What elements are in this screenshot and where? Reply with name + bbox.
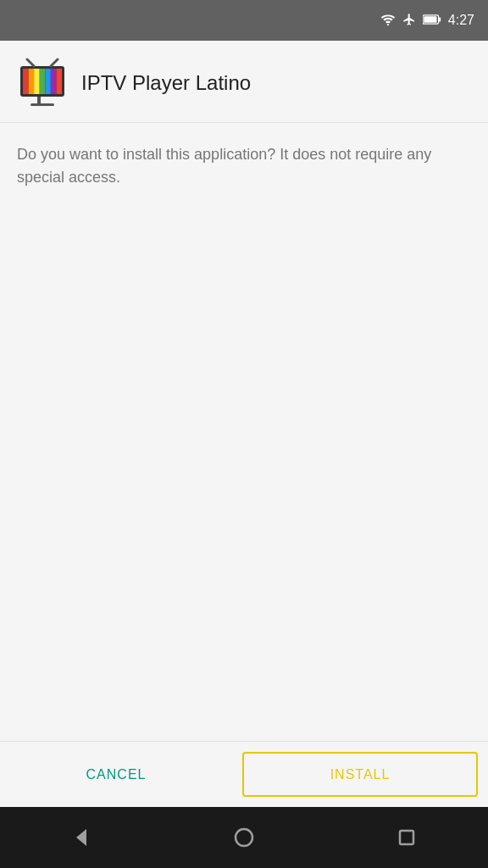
svg-rect-19 bbox=[400, 831, 413, 844]
svg-point-18 bbox=[236, 829, 252, 846]
svg-marker-17 bbox=[76, 829, 86, 846]
airplane-icon bbox=[402, 13, 416, 29]
main-content: IPTV Player Latino Do you want to instal… bbox=[0, 41, 488, 807]
svg-rect-14 bbox=[30, 103, 54, 106]
app-header: IPTV Player Latino bbox=[0, 41, 488, 122]
status-time: 4:27 bbox=[448, 13, 474, 28]
svg-rect-12 bbox=[56, 69, 62, 94]
battery-icon bbox=[423, 14, 441, 28]
app-icon bbox=[17, 58, 68, 108]
svg-rect-9 bbox=[40, 69, 46, 94]
svg-rect-3 bbox=[424, 16, 436, 23]
recents-button[interactable] bbox=[395, 826, 419, 849]
svg-rect-11 bbox=[51, 69, 57, 94]
install-description: Do you want to install this application?… bbox=[0, 136, 488, 196]
content-spacer bbox=[0, 196, 488, 741]
svg-line-15 bbox=[27, 59, 34, 66]
status-bar: 4:27 bbox=[0, 0, 488, 41]
home-button[interactable] bbox=[232, 826, 256, 849]
svg-rect-2 bbox=[439, 17, 441, 21]
svg-line-16 bbox=[51, 59, 58, 66]
svg-rect-10 bbox=[45, 69, 51, 94]
wifi-icon bbox=[380, 14, 396, 28]
cancel-button[interactable]: CANCEL bbox=[0, 742, 232, 807]
svg-rect-13 bbox=[37, 97, 41, 103]
header-divider bbox=[0, 122, 488, 123]
svg-rect-7 bbox=[29, 69, 35, 94]
svg-rect-8 bbox=[34, 69, 40, 94]
svg-rect-6 bbox=[23, 69, 29, 94]
status-icons: 4:27 bbox=[380, 13, 474, 29]
install-button[interactable]: INSTALL bbox=[242, 752, 478, 797]
back-button[interactable] bbox=[69, 826, 93, 849]
app-name: IPTV Player Latino bbox=[81, 71, 251, 95]
nav-bar bbox=[0, 807, 488, 868]
action-bar: CANCEL INSTALL bbox=[0, 741, 488, 807]
svg-point-0 bbox=[387, 23, 389, 25]
